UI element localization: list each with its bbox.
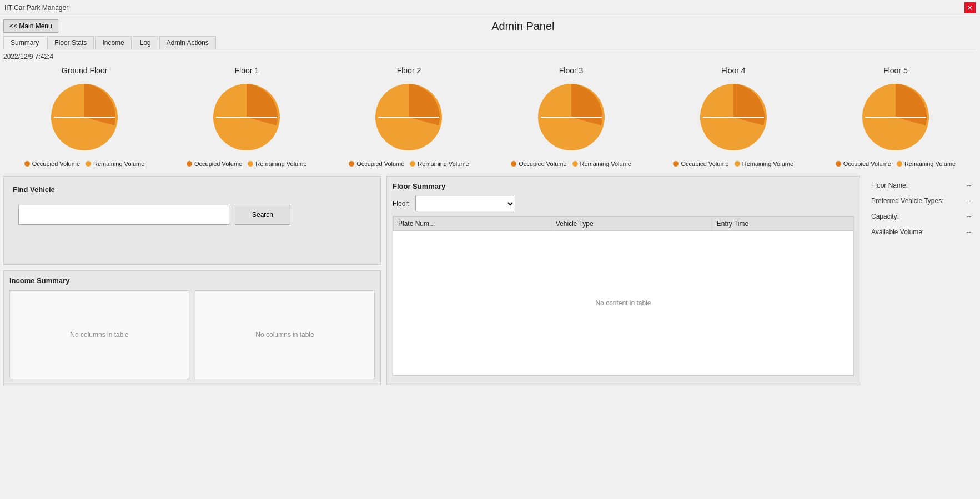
tab-log[interactable]: Log — [133, 36, 158, 49]
remaining-dot-1 — [248, 161, 253, 167]
top-bar: << Main Menu Admin Panel — [3, 19, 977, 33]
main-container: << Main Menu Admin Panel Summary Floor S… — [0, 16, 980, 394]
floor-2: Floor 2 Occupied Volume Remaining Volume — [328, 66, 490, 167]
capacity-value: -- — [967, 213, 971, 220]
close-button[interactable]: ✕ — [964, 2, 976, 13]
floor-2-chart — [370, 78, 448, 156]
tabs-bar: Summary Floor Stats Income Log Admin Act… — [3, 36, 977, 49]
find-vehicle-title: Find Vehicle — [13, 185, 371, 194]
floor-dropdown[interactable] — [415, 196, 515, 211]
floor-select-row: Floor: — [393, 196, 854, 211]
floor-name-value: -- — [967, 182, 971, 189]
floor-5-legend: Occupied Volume Remaining Volume — [817, 160, 974, 167]
floor-name-row: Floor Name: -- — [871, 182, 971, 189]
floor-ground-name: Ground Floor — [6, 66, 163, 75]
floor-4-legend: Occupied Volume Remaining Volume — [655, 160, 812, 167]
vehicle-table: Plate Num... Vehicle Type Entry Time — [393, 216, 853, 231]
panel-title: Admin Panel — [69, 20, 977, 33]
datetime-display: 2022/12/9 7:42:4 — [3, 53, 977, 61]
available-label: Available Volume: — [871, 228, 924, 236]
floor-name-label: Floor Name: — [871, 182, 908, 189]
occupied-dot-1 — [187, 161, 192, 167]
tab-admin-actions[interactable]: Admin Actions — [159, 36, 216, 49]
occupied-dot-2 — [349, 161, 354, 167]
floor-3: Floor 3 Occupied Volume Remaining Volume — [490, 66, 652, 167]
floor-5-name: Floor 5 — [817, 66, 974, 75]
col-plate: Plate Num... — [394, 217, 551, 231]
search-input[interactable] — [18, 205, 229, 225]
search-button[interactable]: Search — [235, 205, 290, 225]
occupied-dot-5 — [836, 161, 841, 167]
remaining-dot-5 — [897, 161, 902, 167]
floor-3-legend: Occupied Volume Remaining Volume — [492, 160, 650, 167]
preferred-types-row: Preferred Vehicle Types: -- — [871, 197, 971, 205]
vehicle-table-container: Plate Num... Vehicle Type Entry Time No … — [393, 216, 854, 376]
floor-2-name: Floor 2 — [330, 66, 488, 75]
remaining-dot-3 — [572, 161, 578, 167]
floor-4: Floor 4 Occupied Volume Remaining Volume — [652, 66, 815, 167]
col-entry-time: Entry Time — [712, 217, 853, 231]
legend-occupied: Occupied Volume — [24, 160, 80, 167]
floor-2-legend: Occupied Volume Remaining Volume — [330, 160, 488, 167]
tab-summary[interactable]: Summary — [3, 36, 46, 49]
col-vehicle-type: Vehicle Type — [551, 217, 712, 231]
main-menu-button[interactable]: << Main Menu — [3, 19, 58, 33]
floor-ground: Ground Floor Occupied Volume Remaining V… — [3, 66, 165, 167]
capacity-row: Capacity: -- — [871, 213, 971, 220]
floor-ground-legend: Occupied Volume Remaining Volume — [6, 160, 163, 167]
occupied-dot — [24, 161, 30, 167]
income-summary-section: Income Summary No columns in table No co… — [3, 270, 381, 385]
floor-1-name: Floor 1 — [168, 66, 325, 75]
floors-row: Ground Floor Occupied Volume Remaining V… — [3, 66, 977, 167]
tab-floor-stats[interactable]: Floor Stats — [47, 36, 94, 49]
income-table-1: No columns in table — [9, 290, 189, 379]
floor-4-chart — [695, 78, 772, 156]
available-volume-row: Available Volume: -- — [871, 228, 971, 236]
income-summary-title: Income Summary — [9, 276, 375, 285]
table-empty-message: No content in table — [393, 231, 853, 375]
remaining-dot-4 — [735, 161, 740, 167]
floor-3-chart — [532, 78, 610, 156]
tab-income[interactable]: Income — [95, 36, 131, 49]
floor-1-legend: Occupied Volume Remaining Volume — [168, 160, 325, 167]
occupied-dot-3 — [511, 161, 516, 167]
title-bar: IIT Car Park Manager ✕ — [0, 0, 980, 16]
preferred-label: Preferred Vehicle Types: — [871, 197, 944, 205]
floor-label: Floor: — [393, 200, 410, 208]
capacity-label: Capacity: — [871, 213, 899, 220]
content-row: Find Vehicle Search Income Summary No co… — [3, 176, 977, 385]
remaining-dot — [86, 161, 91, 167]
floor-4-name: Floor 4 — [655, 66, 812, 75]
floor-info-panel: Floor Name: -- Preferred Vehicle Types: … — [866, 176, 977, 385]
floor-5: Floor 5 Occupied Volume Remaining Volume — [815, 66, 977, 167]
occupied-dot-4 — [673, 161, 679, 167]
app-title: IIT Car Park Manager — [4, 4, 68, 12]
floor-3-name: Floor 3 — [492, 66, 650, 75]
income-tables-row: No columns in table No columns in table — [9, 290, 375, 379]
preferred-value: -- — [967, 197, 971, 205]
income-table-2: No columns in table — [195, 290, 375, 379]
floor-1-chart — [208, 78, 285, 156]
remaining-dot-2 — [410, 161, 415, 167]
find-vehicle-section: Find Vehicle Search — [3, 176, 381, 265]
right-panel: Floor Summary Floor: Plate Num... Vehicl… — [386, 176, 977, 385]
floor-ground-chart — [46, 78, 123, 156]
floor-5-chart — [857, 78, 934, 156]
search-row: Search — [18, 205, 371, 225]
floor-summary-section: Floor Summary Floor: Plate Num... Vehicl… — [386, 176, 860, 385]
legend-remaining: Remaining Volume — [86, 160, 144, 167]
floor-summary-title: Floor Summary — [393, 182, 854, 190]
available-value: -- — [967, 228, 971, 236]
left-panel: Find Vehicle Search Income Summary No co… — [3, 176, 381, 385]
floor-1: Floor 1 Occupied Volume Remaining Volume — [165, 66, 328, 167]
